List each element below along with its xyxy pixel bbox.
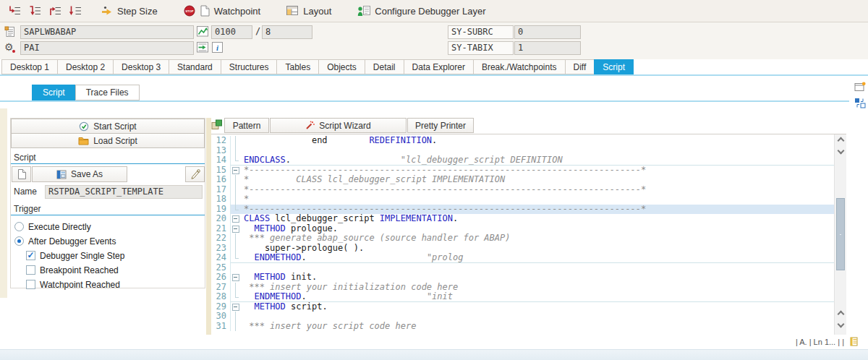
code-text[interactable] xyxy=(242,263,834,273)
code-line-28[interactable]: 28 ENDMETHOD. "init xyxy=(211,292,834,302)
code-line-17[interactable]: 17*-------------------------------------… xyxy=(211,185,834,195)
pretty-printer-button[interactable]: Pretty Printer xyxy=(407,118,474,133)
info-icon[interactable]: i xyxy=(212,42,223,55)
code-line-26[interactable]: 26 METHOD init. xyxy=(211,273,834,283)
code-line-29[interactable]: 29 METHOD script. xyxy=(211,302,834,312)
code-text[interactable]: *** insert your script code here xyxy=(242,322,834,332)
save-as-button[interactable]: Save As xyxy=(32,166,127,182)
code-line-27[interactable]: 27 *** insert your initialization code h… xyxy=(211,283,834,293)
subtab-trace-files[interactable]: Trace Files xyxy=(75,85,140,100)
watchpoint-button[interactable]: Watchpoint xyxy=(196,1,265,20)
code-text[interactable]: *---------------------------------------… xyxy=(242,166,834,176)
code-line-31[interactable]: 31 *** insert your script code here xyxy=(211,322,834,332)
vertical-scrollbar[interactable] xyxy=(834,134,846,335)
code-text[interactable]: ENDMETHOD. "init xyxy=(242,292,834,302)
tab-desktop-1[interactable]: Desktop 1 xyxy=(1,59,58,74)
new-session-icon[interactable] xyxy=(854,82,866,94)
code-line-13[interactable]: 13 xyxy=(211,146,834,156)
swap-layout-icon[interactable] xyxy=(854,98,866,111)
script-wizard-button[interactable]: Script Wizard xyxy=(270,118,407,133)
code-text[interactable]: * CLASS lcl_debugger_script IMPLEMENTATI… xyxy=(242,175,834,185)
code-line-30[interactable]: 30 xyxy=(211,312,834,322)
edit-script-button[interactable] xyxy=(185,166,205,182)
step-return-button[interactable] xyxy=(45,1,65,20)
code-text[interactable]: METHOD script. xyxy=(242,302,834,312)
code-line-19[interactable]: 19*-------------------------------------… xyxy=(211,205,834,215)
step-into-button[interactable] xyxy=(4,1,25,20)
code-text[interactable]: METHOD init. xyxy=(242,273,834,283)
code-line-22[interactable]: 22 *** generate abap_source (source hand… xyxy=(211,233,834,244)
event-field[interactable]: PAI xyxy=(20,41,194,55)
code-line-21[interactable]: 21 METHOD prologue. xyxy=(211,224,834,234)
variable-2-name[interactable]: SY-TABIX xyxy=(448,41,514,55)
radio-after-debugger-events[interactable]: After Debugger Events xyxy=(11,234,205,248)
code-text[interactable]: *---------------------------------------… xyxy=(242,185,834,195)
code-line-20[interactable]: 20CLASS lcl_debugger_script IMPLEMENTATI… xyxy=(211,214,834,224)
code-line-16[interactable]: 16* CLASS lcl_debugger_script IMPLEMENTA… xyxy=(211,175,834,185)
goto-statement-icon[interactable] xyxy=(197,26,208,39)
left-splitter[interactable] xyxy=(0,108,7,298)
checkbox-breakpoint-reached[interactable]: Breakpoint Reached xyxy=(11,263,205,277)
scroll-down-icon[interactable] xyxy=(838,147,845,155)
code-text[interactable]: METHOD prologue. xyxy=(242,224,834,234)
fold-toggle-icon[interactable] xyxy=(231,224,242,234)
tab-detail[interactable]: Detail xyxy=(365,59,404,74)
code-text[interactable] xyxy=(242,146,834,156)
code-line-23[interactable]: 23 super->prologue( ). xyxy=(211,244,834,254)
script-name-field[interactable]: RSTPDA_SCRIPT_TEMPLATE xyxy=(45,185,203,199)
code-text[interactable]: ENDMETHOD. "prolog xyxy=(242,253,834,263)
code-line-18[interactable]: 18* xyxy=(211,194,834,205)
position-to-statement-icon[interactable] xyxy=(197,42,208,55)
code-line-14[interactable]: 14ENDCLASS. "lcl_debugger_script DEFINIT… xyxy=(211,155,834,166)
tab-tables[interactable]: Tables xyxy=(276,59,319,74)
tab-script[interactable]: Script xyxy=(594,59,634,74)
fold-toggle-icon[interactable] xyxy=(231,273,242,283)
code-line-24[interactable]: 24 ENDMETHOD. "prolog xyxy=(211,253,834,263)
subtab-script[interactable]: Script xyxy=(32,85,76,100)
code-text[interactable]: *** generate abap_source (source handler… xyxy=(242,233,834,244)
scroll-up-icon-bottom[interactable] xyxy=(838,311,845,318)
tab-standard[interactable]: Standard xyxy=(169,59,221,74)
tab-diff[interactable]: Diff xyxy=(565,59,595,74)
checkbox-indicator[interactable]: ✓ xyxy=(26,251,35,260)
radio-indicator[interactable] xyxy=(14,236,24,246)
code-line-15[interactable]: 15*-------------------------------------… xyxy=(211,166,834,176)
layout-button[interactable]: Layout xyxy=(283,1,335,20)
step-size-button[interactable]: Step Size xyxy=(97,1,161,20)
code-text[interactable]: *---------------------------------------… xyxy=(242,205,834,215)
step-over-button[interactable] xyxy=(25,1,45,20)
scrollbar-thumb[interactable] xyxy=(836,198,845,270)
variable-1-name[interactable]: SY-SUBRC xyxy=(448,25,514,39)
new-script-button[interactable] xyxy=(12,166,31,182)
checkbox-indicator[interactable] xyxy=(26,265,35,275)
code-text[interactable]: super->prologue( ). xyxy=(242,244,834,254)
checkbox-watchpoint-reached[interactable]: Watchpoint Reached xyxy=(11,278,205,291)
code-text[interactable]: *** insert your initialization code here xyxy=(242,283,834,293)
code-text[interactable]: * xyxy=(242,194,834,205)
code-text[interactable]: ENDCLASS. "lcl_debugger_script DEFINITIO… xyxy=(242,155,834,166)
fold-toggle-icon[interactable] xyxy=(231,166,242,176)
code-text[interactable]: CLASS lcl_debugger_script IMPLEMENTATION… xyxy=(242,214,834,224)
screen-number-field[interactable]: 0100 xyxy=(211,25,252,39)
pattern-button[interactable]: Pattern xyxy=(224,118,269,133)
fold-toggle-icon[interactable] xyxy=(231,302,242,312)
variable-2-value[interactable]: 1 xyxy=(514,41,581,55)
checkbox-debugger-single-step[interactable]: ✓Debugger Single Step xyxy=(11,249,205,262)
tab-desktop-3[interactable]: Desktop 3 xyxy=(113,59,169,74)
panel-editor-splitter[interactable] xyxy=(206,118,211,335)
radio-execute-directly[interactable]: Execute Directly xyxy=(11,220,205,233)
step-continue-button[interactable] xyxy=(65,1,85,20)
tab-desktop-2[interactable]: Desktop 2 xyxy=(57,59,114,74)
code-line-12[interactable]: 12 end REDEFINITION. xyxy=(211,136,834,146)
code-line-25[interactable]: 25 xyxy=(211,263,834,273)
variable-1-value[interactable]: 0 xyxy=(514,25,581,39)
tab-break-watchpoints[interactable]: Break./Watchpoints xyxy=(473,59,566,74)
fold-toggle-icon[interactable] xyxy=(231,214,242,224)
radio-indicator[interactable] xyxy=(14,222,24,231)
scroll-down-icon-bottom[interactable] xyxy=(838,321,845,328)
configure-debugger-layer-button[interactable]: Configure Debugger Layer xyxy=(354,1,489,20)
program-field[interactable]: SAPLWBABAP xyxy=(20,25,194,39)
screen-line-field[interactable]: 8 xyxy=(262,25,312,39)
code-text[interactable]: end REDEFINITION. xyxy=(242,136,834,146)
tab-data-explorer[interactable]: Data Explorer xyxy=(404,59,474,74)
